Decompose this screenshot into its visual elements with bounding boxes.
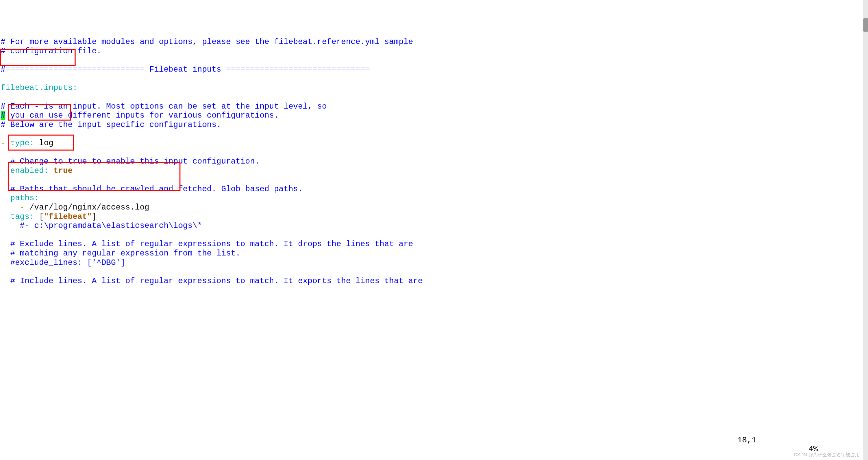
comment-line: # Change to true to enable this input co… — [1, 157, 260, 166]
scrollbar-vertical[interactable] — [863, 0, 868, 460]
yaml-key-tags: tags: — [1, 212, 34, 221]
yaml-tag-value: "filebeat" — [44, 212, 92, 221]
comment-line: # Each - is an input. Most options can b… — [1, 102, 327, 111]
watermark-text: CSDN @为什么老是名字被占用 — [794, 452, 860, 457]
yaml-key-enabled: enabled: — [1, 166, 49, 175]
comment-line: # configuration file. — [1, 47, 101, 56]
comment-line: #exclude_lines: ['^DBG'] — [1, 258, 125, 267]
cursor-position-indicator: 18,1 — [737, 436, 756, 445]
bracket-open: [ — [34, 212, 44, 221]
comment-line: # For more available modules and options… — [1, 37, 413, 46]
yaml-path-value: /var/log/nginx/access.log — [29, 203, 149, 212]
yaml-key-filebeat-inputs: filebeat.inputs: — [1, 83, 77, 92]
yaml-key-type: type: — [10, 139, 34, 148]
comment-line: # Below are the input specific configura… — [1, 120, 221, 129]
comment-line: # Paths that should be crawled and fetch… — [1, 185, 303, 193]
yaml-dash: - — [1, 139, 10, 148]
cursor-position: # — [1, 111, 5, 120]
comment-line: # Exclude lines. A list of regular expre… — [1, 240, 413, 248]
editor-viewport[interactable]: # For more available modules and options… — [1, 37, 867, 285]
scrollbar-thumb[interactable] — [863, 18, 868, 32]
yaml-key-paths: paths: — [1, 193, 39, 203]
yaml-value-true: true — [49, 166, 72, 175]
yaml-dash: - — [1, 203, 29, 212]
comment-line: # matching any regular expression from t… — [1, 249, 240, 258]
comment-line: #- c:\programdata\elasticsearch\logs\* — [1, 221, 202, 230]
comment-line: you can use different inputs for various… — [5, 111, 279, 120]
section-header: #============================= Filebeat … — [1, 65, 370, 74]
yaml-value-log: log — [34, 139, 54, 148]
comment-line: # Include lines. A list of regular expre… — [1, 276, 423, 285]
bracket-close: ] — [92, 212, 97, 221]
